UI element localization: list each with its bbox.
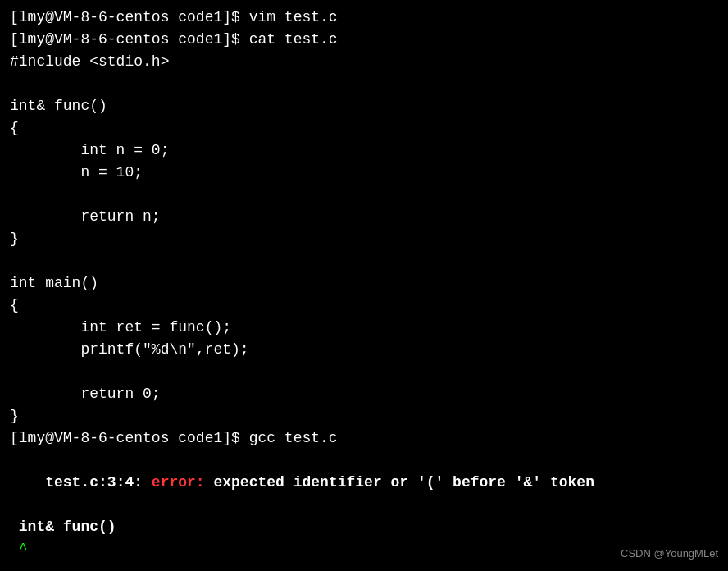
- line-7: int n = 0;: [10, 139, 718, 162]
- line-17: [10, 361, 718, 383]
- line-14: {: [10, 295, 718, 317]
- line-5: int& func(): [10, 95, 718, 117]
- line-1: [lmy@VM-8-6-centos code1]$ vim test.c: [10, 7, 718, 29]
- line-23: ^: [10, 538, 718, 560]
- line-19: }: [10, 405, 718, 427]
- line-3: #include <stdio.h>: [10, 51, 718, 73]
- line-16: printf("%d\n",ret);: [10, 339, 718, 361]
- line-9: [10, 184, 718, 206]
- line-4: [10, 73, 718, 95]
- watermark: CSDN @YoungMLet: [621, 546, 718, 562]
- terminal-window: [lmy@VM-8-6-centos code1]$ vim test.c [l…: [0, 0, 728, 571]
- line-10: return n;: [10, 206, 718, 228]
- line-12: [10, 250, 718, 272]
- line-2: [lmy@VM-8-6-centos code1]$ cat test.c: [10, 29, 718, 51]
- line-13: int main(): [10, 272, 718, 295]
- line-18: return 0;: [10, 383, 718, 405]
- line-6: {: [10, 117, 718, 139]
- line-20: [lmy@VM-8-6-centos code1]$ gcc test.c: [10, 427, 718, 450]
- line-22: int& func(): [10, 516, 718, 538]
- line-8: n = 10;: [10, 162, 718, 184]
- error-label: error:: [152, 474, 205, 491]
- line-11: }: [10, 228, 718, 250]
- error-file-info: test.c:3:4:: [45, 474, 152, 491]
- line-15: int ret = func();: [10, 317, 718, 339]
- error-message: expected identifier or '(' before '&' to…: [205, 474, 594, 491]
- line-21: test.c:3:4: error: expected identifier o…: [10, 450, 718, 516]
